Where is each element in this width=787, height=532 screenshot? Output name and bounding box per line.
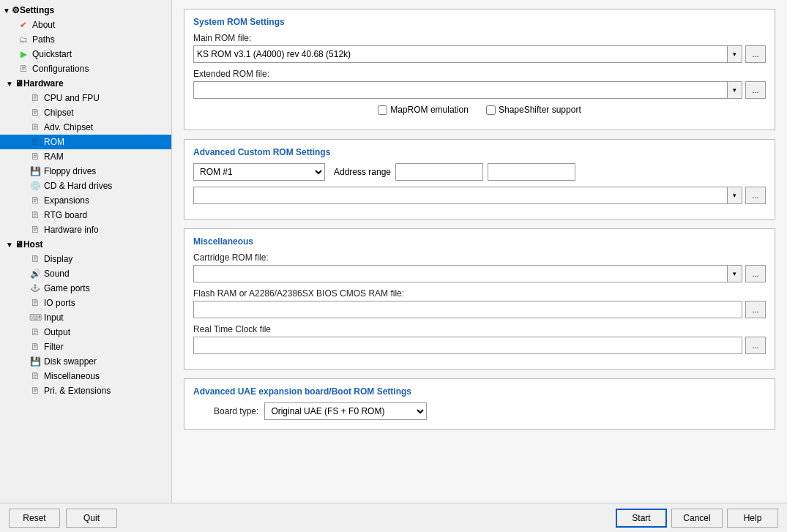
rtc-container[interactable] (193, 337, 742, 354)
sidebar-item-miscellaneous[interactable]: 🖹 Miscellaneous (0, 369, 171, 383)
custom-rom-file-dropdown[interactable]: ▾ (193, 187, 742, 204)
main-content: System ROM Settings Main ROM file: ▾ ...… (172, 0, 787, 503)
diskswapper-icon: 💾 (29, 356, 41, 367)
help-button[interactable]: Help (727, 509, 778, 528)
display-icon: 🖹 (29, 253, 41, 265)
sidebar-item-about[interactable]: ✔ About (0, 18, 171, 32)
sidebar-item-quickstart[interactable]: ▶ Quickstart (0, 47, 171, 61)
sidebar-item-cpu-fpu[interactable]: 🖹 CPU and FPU (0, 91, 171, 105)
sidebar-item-floppy[interactable]: 💾 Floppy drives (0, 164, 171, 179)
shapeshifter-checkbox[interactable] (486, 105, 496, 115)
cartridge-rom-browse-button[interactable]: ... (745, 265, 766, 282)
gameports-icon: 🕹 (29, 282, 41, 294)
sidebar-section-settings[interactable]: ▼ ⚙ Settings (0, 3, 171, 18)
flash-ram-row: ... (193, 301, 766, 318)
cartridge-rom-input[interactable] (194, 266, 727, 282)
sidebar-item-chipset[interactable]: 🖹 Chipset (0, 105, 171, 120)
rtc-row: ... (193, 337, 766, 354)
sidebar-item-hardware-info-label: Hardware info (44, 225, 99, 235)
filter-icon: 🖹 (29, 341, 41, 353)
misc-icon: 🖹 (29, 370, 41, 382)
sidebar-item-game-ports[interactable]: 🕹 Game ports (0, 281, 171, 296)
address-end-input[interactable] (488, 163, 575, 181)
reset-button[interactable]: Reset (9, 509, 60, 528)
extended-rom-row: ▾ ... (193, 81, 766, 99)
sidebar-item-pri-extensions[interactable]: 🖹 Pri. & Extensions (0, 383, 171, 398)
flash-ram-label: Flash RAM or A2286/A2386SX BIOS CMOS RAM… (193, 288, 766, 299)
extended-rom-input[interactable] (194, 82, 727, 98)
sidebar-item-disk-swapper[interactable]: 💾 Disk swapper (0, 354, 171, 369)
host-arrow-icon: ▼ (6, 241, 13, 249)
sidebar-item-ram[interactable]: 🖹 RAM (0, 149, 171, 164)
sidebar-item-display[interactable]: 🖹 Display (0, 252, 171, 266)
flash-ram-container[interactable] (193, 301, 742, 318)
sidebar-item-cd-hard[interactable]: 💿 CD & Hard drives (0, 179, 171, 193)
advanced-uae-section: Advanced UAE expansion board/Boot ROM Se… (184, 378, 775, 430)
sidebar-item-adv-chipset[interactable]: 🖹 Adv. Chipset (0, 120, 171, 135)
address-start-input[interactable] (395, 163, 483, 181)
chipset-icon: 🖹 (29, 107, 41, 119)
custom-rom-file-arrow-icon[interactable]: ▾ (727, 187, 742, 203)
sidebar-item-ram-label: RAM (44, 151, 64, 162)
sidebar-item-expansions-label: Expansions (44, 195, 89, 206)
flash-ram-input[interactable] (194, 301, 742, 318)
sidebar-item-filter-label: Filter (44, 342, 64, 352)
paths-icon: 🗂 (18, 34, 29, 45)
rom-number-dropdown[interactable]: ROM #1 ROM #2 ROM #3 ROM #4 (193, 163, 325, 181)
quit-button[interactable]: Quit (66, 509, 117, 528)
sidebar-item-rtg-label: RTG board (44, 210, 87, 220)
flash-ram-browse-button[interactable]: ... (745, 301, 766, 318)
custom-rom-browse-button[interactable]: ... (745, 187, 766, 204)
main-rom-browse-button[interactable]: ... (745, 45, 766, 63)
sidebar-item-rom-label: ROM (44, 137, 64, 147)
sidebar-item-sound[interactable]: 🔊 Sound (0, 266, 171, 281)
miscellaneous-title: Miscellaneous (193, 236, 766, 247)
sidebar-item-expansions[interactable]: 🖹 Expansions (0, 193, 171, 208)
sidebar-item-input[interactable]: ⌨ Input (0, 310, 171, 325)
address-range-label: Address range (334, 167, 391, 177)
sidebar-item-about-label: About (32, 20, 55, 30)
extended-rom-arrow-icon[interactable]: ▾ (727, 82, 742, 98)
sidebar-section-hardware[interactable]: ▼ 🖥 Hardware (0, 76, 171, 91)
rtg-icon: 🖹 (29, 209, 41, 221)
main-rom-dropdown[interactable]: ▾ (193, 45, 742, 63)
cartridge-rom-arrow-icon[interactable]: ▾ (727, 266, 742, 282)
config-icon: 🖹 (18, 63, 29, 75)
bottom-bar-right: Start Cancel Help (616, 509, 778, 528)
sidebar-item-cpu-label: CPU and FPU (44, 93, 100, 103)
hardware-icon: 🖥 (15, 78, 23, 89)
sidebar-item-output[interactable]: 🖹 Output (0, 325, 171, 340)
sidebar-item-rtg[interactable]: 🖹 RTG board (0, 208, 171, 222)
sidebar-item-io-ports-label: IO ports (44, 298, 75, 308)
board-type-dropdown[interactable]: Original UAE (FS + F0 ROM) New UAE CPUBo… (264, 402, 427, 420)
sidebar: ▼ ⚙ Settings ✔ About 🗂 Paths ▶ Quickstar… (0, 0, 172, 503)
extended-rom-label: Extended ROM file: (193, 69, 766, 79)
extended-rom-dropdown[interactable]: ▾ (193, 81, 742, 99)
sidebar-item-output-label: Output (44, 327, 70, 337)
main-rom-arrow-icon[interactable]: ▾ (727, 46, 742, 62)
board-type-label: Board type: (214, 406, 258, 416)
start-button[interactable]: Start (616, 509, 667, 528)
host-icon: 🖥 (15, 239, 23, 250)
sidebar-item-rom[interactable]: 🖹 ROM (0, 135, 171, 149)
io-icon: 🖹 (29, 297, 41, 309)
rtc-input[interactable] (194, 337, 742, 353)
extended-rom-browse-button[interactable]: ... (745, 81, 766, 99)
sidebar-item-hardware-info[interactable]: 🖹 Hardware info (0, 222, 171, 237)
rom-number-select[interactable]: ROM #1 ROM #2 ROM #3 ROM #4 (194, 164, 324, 180)
sidebar-item-paths[interactable]: 🗂 Paths (0, 32, 171, 47)
sidebar-section-host[interactable]: ▼ 🖥 Host (0, 237, 171, 252)
board-type-select[interactable]: Original UAE (FS + F0 ROM) New UAE CPUBo… (265, 403, 426, 419)
sidebar-item-filter[interactable]: 🖹 Filter (0, 340, 171, 354)
cancel-button[interactable]: Cancel (671, 509, 723, 528)
custom-rom-file-input[interactable] (194, 187, 727, 203)
main-rom-input[interactable] (194, 46, 727, 62)
sidebar-item-configurations[interactable]: 🖹 Configurations (0, 61, 171, 76)
maprom-checkbox[interactable] (378, 105, 387, 115)
sidebar-item-input-label: Input (44, 312, 64, 323)
sidebar-item-io-ports[interactable]: 🖹 IO ports (0, 296, 171, 310)
sidebar-item-display-label: Display (44, 254, 72, 264)
rtc-browse-button[interactable]: ... (745, 337, 766, 354)
cartridge-rom-dropdown[interactable]: ▾ (193, 265, 742, 282)
sidebar-item-disk-swapper-label: Disk swapper (44, 356, 97, 367)
